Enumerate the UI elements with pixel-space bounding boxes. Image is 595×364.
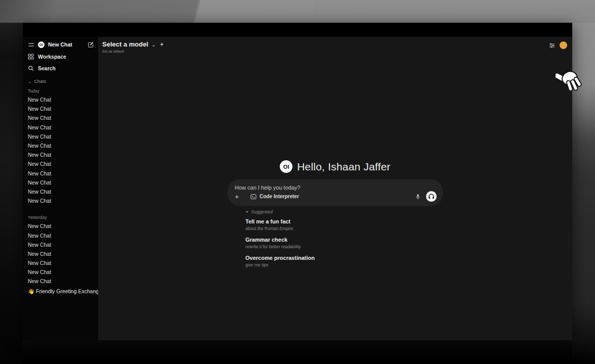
workspace-label: Workspace [38, 54, 66, 60]
sidebar-new-chat-title[interactable]: New Chat [48, 41, 84, 48]
code-interpreter-toggle[interactable]: Code Interpreter [250, 194, 299, 200]
chat-list-item[interactable]: New Chat [28, 113, 94, 122]
section-label-yesterday: Yesterday [28, 215, 94, 221]
chat-list-item-friendly-greeting[interactable]: 👋 Friendly Greeting Exchange [28, 287, 94, 296]
workspace-grid-icon [28, 54, 34, 60]
message-composer: How can I help you today? + Code Interpr… [228, 179, 443, 206]
chat-list-item[interactable]: New Chat [28, 249, 94, 258]
voice-call-button[interactable] [426, 191, 437, 202]
main-area: Select a model ⌄ + Set as default [98, 37, 572, 340]
chat-list-item[interactable]: New Chat [28, 221, 94, 231]
sidebar: OI New Chat [23, 37, 98, 340]
desktop-wallpaper-right [572, 23, 595, 364]
search-icon [28, 65, 34, 71]
sidebar-item-workspace[interactable]: Workspace [28, 52, 94, 61]
chat-list-item[interactable]: New Chat [28, 141, 94, 150]
desktop: OI New Chat [0, 0, 595, 364]
attach-plus-button[interactable]: + [235, 193, 243, 201]
chat-list-item[interactable]: New Chat [28, 169, 94, 178]
microphone-icon [415, 194, 421, 200]
chat-list-item[interactable]: New Chat [28, 277, 94, 286]
suggested-header: ✦ Suggested [245, 209, 443, 215]
sparkle-icon: ✦ [245, 210, 249, 214]
greeting-row: OI Hello, Ishaan Jaffer [228, 160, 443, 173]
suggested-prompt-subtitle: rewrite it for better readability [245, 244, 443, 249]
sidebar-toggle-icon[interactable] [28, 41, 34, 48]
main-header: Select a model ⌄ + Set as default [98, 37, 572, 53]
suggested-prompt-subtitle: about the Roman Empire [245, 226, 443, 231]
new-chat-pencil-icon[interactable] [88, 41, 94, 48]
window-titlebar [23, 23, 572, 37]
suggested-prompt[interactable]: Overcome procrastination give me tips [245, 255, 443, 267]
controls-sliders-icon[interactable] [549, 42, 555, 49]
user-avatar[interactable] [560, 41, 567, 49]
microphone-button[interactable] [415, 194, 421, 200]
sidebar-item-search[interactable]: Search [28, 63, 94, 73]
section-label-today: Today [28, 88, 94, 95]
chat-list-item[interactable]: New Chat [28, 123, 94, 132]
suggested-prompt[interactable]: Tell me a fun fact about the Roman Empir… [245, 218, 443, 231]
chat-list-item[interactable]: New Chat [28, 267, 94, 277]
chat-list-yesterday: New Chat New Chat New Chat New Chat New … [28, 221, 94, 286]
chat-list-item[interactable]: New Chat [28, 231, 94, 240]
set-as-default-button[interactable]: Set as default [102, 50, 163, 53]
model-selector[interactable]: Select a model ⌄ + [102, 40, 163, 48]
chat-list-item[interactable]: New Chat [28, 240, 94, 249]
desktop-wallpaper-bottom [23, 340, 572, 364]
message-input[interactable]: How can I help you today? [235, 185, 437, 191]
chat-list-item[interactable]: New Chat [28, 150, 94, 159]
suggested-prompt-title: Overcome procrastination [245, 255, 443, 261]
suggested-prompt-title: Grammar check [245, 237, 443, 243]
greeting-text: Hello, Ishaan Jaffer [297, 161, 391, 173]
chats-label: Chats [34, 79, 47, 84]
headphones-icon [428, 193, 435, 200]
suggested-prompt-subtitle: give me tips [245, 262, 443, 267]
add-model-button[interactable]: + [160, 41, 163, 48]
suggested-prompt-title: Tell me a fun fact [245, 218, 443, 225]
app-logo-icon: OI [38, 41, 45, 48]
suggested-list: Tell me a fun fact about the Roman Empir… [245, 218, 443, 267]
chat-list-item[interactable]: New Chat [28, 104, 94, 113]
suggested-prompt[interactable]: Grammar check rewrite it for better read… [245, 237, 443, 249]
code-interpreter-label: Code Interpreter [260, 194, 299, 199]
chat-list-item[interactable]: New Chat [28, 95, 94, 104]
chat-list-item[interactable]: New Chat [28, 132, 94, 141]
sidebar-header: OI New Chat [28, 39, 94, 50]
terminal-icon [250, 194, 257, 200]
model-selector-label: Select a model [102, 40, 148, 48]
chat-list-item[interactable]: New Chat [28, 196, 94, 205]
app-logo-icon: OI [280, 160, 292, 173]
chats-section-toggle[interactable]: ⌄ Chats [28, 77, 94, 85]
desktop-wallpaper-top-shadow [0, 0, 314, 23]
chevron-down-icon: ⌄ [151, 42, 156, 47]
suggested-label: Suggested [251, 209, 273, 214]
chat-list-item[interactable]: New Chat [28, 178, 94, 187]
desktop-wallpaper-left [0, 23, 23, 364]
search-label: Search [38, 65, 56, 71]
chat-list-item[interactable]: New Chat [28, 187, 94, 196]
chat-list-today: New Chat New Chat New Chat New Chat New … [28, 95, 94, 205]
chat-list-item[interactable]: New Chat [28, 159, 94, 168]
chevron-down-icon: ⌄ [28, 80, 32, 83]
chat-list-item[interactable]: New Chat [28, 258, 94, 267]
suggested-prompts: ✦ Suggested Tell me a fun fact about the… [228, 209, 443, 267]
composer-toolbar: + Code Interpreter [235, 191, 437, 202]
chat-welcome-panel: OI Hello, Ishaan Jaffer How can I help y… [228, 160, 443, 273]
app-window: OI New Chat [23, 23, 572, 340]
